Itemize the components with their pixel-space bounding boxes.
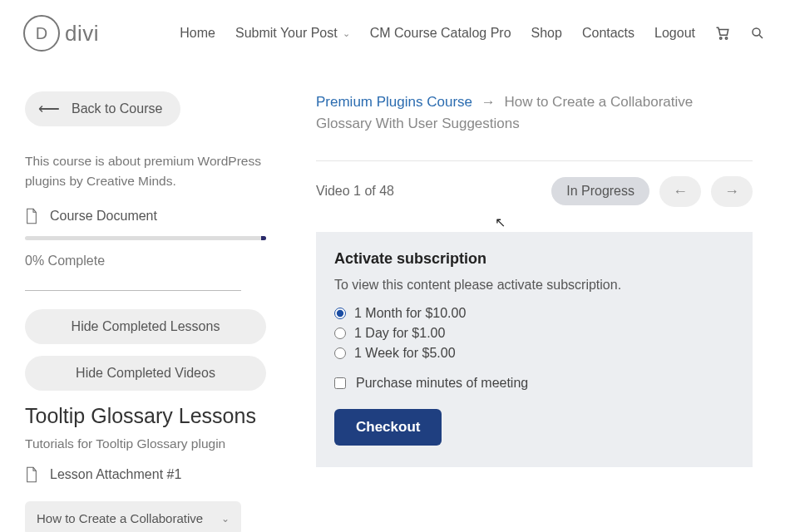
document-icon <box>25 208 38 224</box>
section-subtitle: Tutorials for Tooltip Glossary plugin <box>25 436 266 451</box>
section-heading: Tooltip Glossary Lessons <box>25 404 266 428</box>
option-day-label: 1 Day for $1.00 <box>354 326 445 341</box>
svg-point-2 <box>753 28 760 36</box>
subscription-panel: Activate subscription To view this conte… <box>316 232 753 467</box>
nav-submit-label: Submit Your Post <box>235 26 338 41</box>
prev-button[interactable]: ← <box>659 176 701 207</box>
svg-point-1 <box>725 37 727 39</box>
option-month-radio[interactable] <box>334 308 346 319</box>
hide-completed-videos-button[interactable]: Hide Completed Videos <box>25 356 266 391</box>
back-label: Back to Course <box>72 101 162 116</box>
option-month[interactable]: 1 Month for $10.00 <box>334 306 734 321</box>
svg-point-0 <box>720 37 722 39</box>
arrow-right-icon: → <box>481 94 496 110</box>
checkout-button[interactable]: Checkout <box>334 409 442 446</box>
lesson-attachment-link[interactable]: Lesson Attachment #1 <box>25 466 266 483</box>
lesson-item[interactable]: How to Create a Collaborative ⌄ <box>25 501 241 532</box>
next-button[interactable]: → <box>711 176 753 207</box>
hide-completed-lessons-button[interactable]: Hide Completed Lessons <box>25 309 266 344</box>
panel-text: To view this content please activate sub… <box>334 278 734 293</box>
primary-nav: Home Submit Your Post ⌄ CM Course Catalo… <box>180 26 765 41</box>
divider <box>25 290 241 291</box>
option-week-radio[interactable] <box>334 347 346 359</box>
nav-course-catalog[interactable]: CM Course Catalog Pro <box>370 26 511 41</box>
breadcrumb-root[interactable]: Premium Plugins Course <box>316 94 472 110</box>
course-document-link[interactable]: Course Document <box>25 208 266 224</box>
progress-bar <box>25 236 266 240</box>
progress-label: 0% Complete <box>25 254 266 268</box>
subscription-options: 1 Month for $10.00 1 Day for $1.00 1 Wee… <box>334 306 734 361</box>
cart-icon[interactable] <box>715 26 730 41</box>
arrow-left-icon: ⟵ <box>38 100 60 118</box>
option-week[interactable]: 1 Week for $5.00 <box>334 346 734 361</box>
chevron-down-icon: ⌄ <box>343 28 350 39</box>
lesson-attachment-label: Lesson Attachment #1 <box>50 467 181 482</box>
status-row: Video 1 of 48 In Progress ← → <box>316 160 753 207</box>
nav-logout[interactable]: Logout <box>654 26 695 41</box>
document-icon <box>25 466 38 483</box>
status-chip[interactable]: In Progress <box>551 177 649 205</box>
option-day-radio[interactable] <box>334 328 346 339</box>
course-sidebar: ⟵ Back to Course This course is about pr… <box>25 91 266 532</box>
nav-contacts[interactable]: Contacts <box>582 26 634 41</box>
purchase-minutes-input[interactable] <box>334 377 346 389</box>
top-navbar: D divi Home Submit Your Post ⌄ CM Course… <box>0 0 790 66</box>
nav-shop[interactable]: Shop <box>531 26 562 41</box>
back-to-course-button[interactable]: ⟵ Back to Course <box>25 91 180 126</box>
main-content: Premium Plugins Course → How to Create a… <box>316 91 753 532</box>
purchase-minutes-checkbox[interactable]: Purchase minutes of meeting <box>334 376 734 391</box>
panel-title: Activate subscription <box>334 250 734 268</box>
breadcrumb: Premium Plugins Course → How to Create a… <box>316 91 753 135</box>
purchase-minutes-label: Purchase minutes of meeting <box>356 376 528 391</box>
course-description: This course is about premium WordPress p… <box>25 151 266 191</box>
lesson-item-label: How to Create a Collaborative <box>37 511 203 525</box>
logo-mark: D <box>23 15 60 52</box>
option-month-label: 1 Month for $10.00 <box>354 306 466 321</box>
course-document-label: Course Document <box>50 209 157 224</box>
option-day[interactable]: 1 Day for $1.00 <box>334 326 734 341</box>
option-week-label: 1 Week for $5.00 <box>354 346 456 361</box>
site-logo[interactable]: D divi <box>23 15 99 52</box>
chevron-down-icon: ⌄ <box>221 513 230 525</box>
search-icon[interactable] <box>750 26 765 41</box>
logo-text: divi <box>65 21 99 47</box>
nav-home[interactable]: Home <box>180 26 215 41</box>
video-count: Video 1 of 48 <box>316 184 394 199</box>
nav-submit-post[interactable]: Submit Your Post ⌄ <box>235 26 350 41</box>
